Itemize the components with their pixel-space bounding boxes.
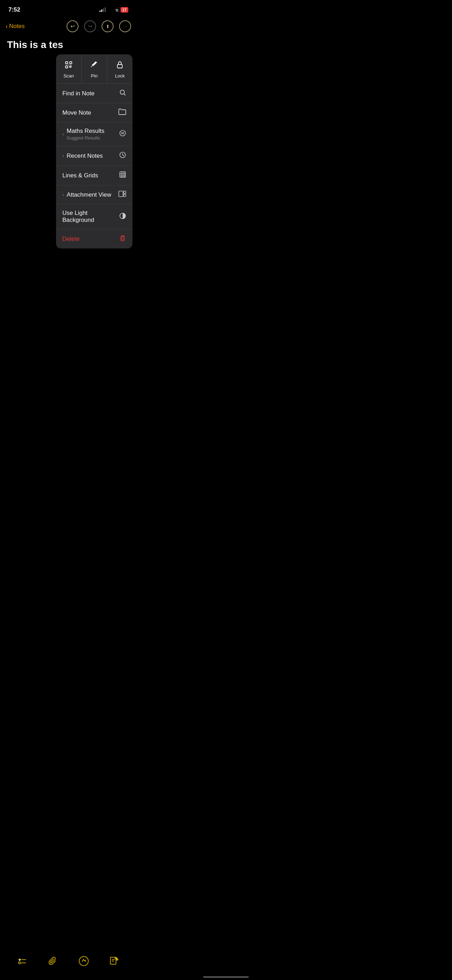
wifi-icon: ℼ — [108, 7, 118, 13]
share-icon: ⬆ — [106, 24, 110, 29]
search-icon — [119, 89, 126, 98]
more-icon: ··· — [123, 24, 127, 29]
maths-results-chevron-icon: › — [62, 131, 64, 137]
svg-rect-5 — [118, 65, 122, 68]
more-button[interactable]: ··· — [119, 20, 131, 32]
scan-label: Scan — [64, 73, 74, 78]
status-icons: ℼ 17 — [100, 7, 128, 13]
pin-label: Pin — [91, 73, 98, 78]
svg-point-8 — [120, 130, 126, 136]
note-title: This is a tes — [0, 37, 137, 56]
signal-icon — [100, 8, 106, 12]
undo-button[interactable]: ↩ — [67, 20, 78, 32]
share-button[interactable]: ⬆ — [102, 20, 113, 32]
attachment-view-chevron-icon: › — [62, 192, 64, 197]
trash-icon — [119, 234, 126, 243]
back-label: Notes — [9, 23, 24, 30]
status-time: 7:52 — [8, 6, 20, 13]
svg-rect-21 — [121, 237, 124, 241]
maths-results-label: Maths Results — [67, 127, 104, 135]
svg-rect-19 — [124, 194, 126, 197]
svg-rect-17 — [119, 191, 123, 197]
svg-rect-2 — [65, 66, 68, 68]
clock-icon — [119, 151, 126, 160]
recent-notes-chevron-icon: › — [62, 153, 64, 158]
maths-results-button[interactable]: › Maths Results Suggest Results — [56, 123, 132, 146]
delete-label: Delete — [62, 235, 80, 243]
move-note-button[interactable]: Move Note — [56, 103, 132, 123]
attachment-view-button[interactable]: › Attachment View — [56, 185, 132, 204]
lines-grids-label: Lines & Grids — [62, 172, 98, 179]
find-in-note-label: Find in Note — [62, 90, 95, 97]
pin-icon — [90, 60, 99, 71]
redo-button[interactable]: ↪ — [84, 20, 96, 32]
attachment-view-icon — [118, 191, 126, 199]
maths-results-sublabel: Suggest Results — [67, 135, 104, 140]
nav-bar: ‹ Notes ↩ ↪ ⬆ ··· — [0, 18, 137, 37]
use-light-background-button[interactable]: Use Light Background — [56, 204, 132, 229]
find-in-note-button[interactable]: Find in Note — [56, 84, 132, 103]
back-chevron-icon: ‹ — [6, 23, 8, 30]
lock-icon — [116, 60, 124, 71]
svg-rect-1 — [70, 62, 72, 64]
redo-icon: ↪ — [88, 23, 92, 29]
folder-icon — [118, 109, 126, 117]
status-bar: 7:52 ℼ 17 — [0, 0, 137, 18]
svg-rect-12 — [120, 172, 126, 177]
popup-menu: Scan Pin Lock Find in No — [56, 54, 132, 248]
move-note-label: Move Note — [62, 109, 91, 116]
popup-top-row: Scan Pin Lock — [56, 54, 132, 84]
scan-button[interactable]: Scan — [56, 54, 82, 83]
svg-rect-18 — [124, 191, 126, 194]
lines-grids-button[interactable]: Lines & Grids — [56, 166, 132, 185]
back-button[interactable]: ‹ Notes — [6, 23, 24, 30]
svg-rect-0 — [65, 62, 68, 64]
scan-icon — [64, 60, 73, 71]
recent-notes-label: Recent Notes — [67, 153, 103, 159]
lock-label: Lock — [115, 73, 124, 78]
battery-icon: 17 — [121, 7, 128, 13]
lock-button[interactable]: Lock — [107, 54, 132, 83]
recent-notes-button[interactable]: › Recent Notes — [56, 146, 132, 166]
undo-icon: ↩ — [70, 23, 75, 29]
pin-button[interactable]: Pin — [82, 54, 107, 83]
circle-equal-icon — [119, 130, 126, 138]
use-light-background-label: Use Light Background — [62, 210, 119, 224]
grid-icon — [119, 171, 126, 180]
svg-line-7 — [124, 94, 126, 96]
svg-rect-3 — [70, 66, 71, 67]
nav-actions: ↩ ↪ ⬆ ··· — [67, 20, 131, 32]
delete-button[interactable]: Delete — [56, 229, 132, 248]
attachment-view-label: Attachment View — [67, 191, 111, 198]
halfcircle-icon — [119, 212, 126, 221]
svg-point-6 — [120, 90, 124, 94]
